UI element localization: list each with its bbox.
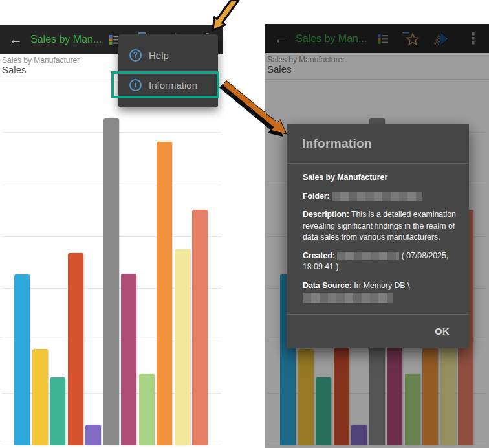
back-icon[interactable]: ← — [9, 32, 23, 46]
bar-3[interactable] — [50, 377, 65, 445]
ok-button[interactable]: OK — [435, 326, 450, 337]
annotation-highlight-box — [111, 71, 219, 98]
dialog-footer: OK — [287, 314, 469, 348]
menu-item-help[interactable]: ? Help — [118, 40, 218, 70]
bar-8[interactable] — [139, 374, 155, 445]
dialog-body: Sales by Manufacturer Folder: Descriptio… — [287, 164, 469, 314]
information-dialog: Information Sales by Manufacturer Folder… — [287, 124, 469, 348]
dialog-title: Information — [302, 137, 372, 151]
dialog-title-bar: Information — [287, 124, 469, 164]
bar-7[interactable] — [121, 274, 136, 445]
report-name: Sales by Manufacturer — [2, 56, 80, 65]
bar-1[interactable] — [14, 274, 30, 445]
help-icon: ? — [129, 49, 142, 62]
datasource-text: In-Memory DB \ — [354, 281, 409, 290]
redacted-datasource-path — [303, 293, 393, 303]
created-label: Created: — [303, 251, 335, 260]
report-metric-title: Sales — [2, 64, 27, 75]
bar-chart — [0, 80, 223, 445]
datasource-label: Data Source: — [303, 281, 352, 290]
bar-2[interactable] — [32, 349, 48, 445]
bar-11[interactable] — [192, 210, 208, 445]
redacted-created-user — [337, 252, 399, 260]
folder-label: Folder: — [303, 192, 330, 201]
menu-item-label: Help — [149, 50, 169, 61]
bar-10[interactable] — [175, 249, 190, 445]
page-title: Sales by Man... — [30, 34, 102, 45]
dialog-report-name: Sales by Manufacturer — [303, 173, 387, 182]
screenshot-canvas: ← Sales by Man... — [0, 0, 489, 448]
bar-9[interactable] — [157, 142, 172, 445]
bar-5[interactable] — [85, 425, 101, 445]
description-label: Description: — [303, 210, 349, 219]
bar-4[interactable] — [68, 253, 83, 445]
bar-6[interactable] — [103, 118, 119, 445]
redacted-folder-value — [332, 192, 422, 201]
